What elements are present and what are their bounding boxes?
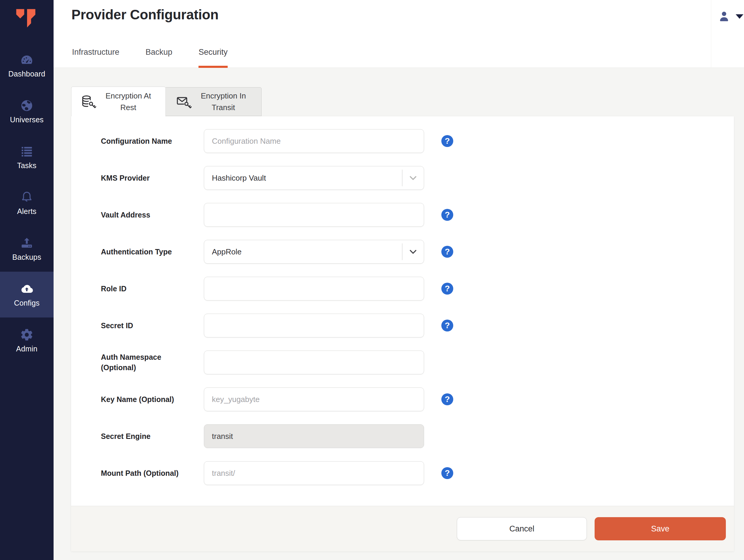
globe-icon bbox=[20, 99, 34, 112]
sidebar-item-tasks[interactable]: Tasks bbox=[0, 134, 53, 180]
form-row: Secret ID ? bbox=[101, 313, 734, 337]
help-icon[interactable]: ? bbox=[441, 209, 453, 221]
save-button[interactable]: Save bbox=[595, 517, 726, 540]
authentication-type-select[interactable]: AppRole bbox=[204, 240, 424, 264]
gear-icon bbox=[20, 328, 34, 342]
vault-address-label: Vault Address bbox=[101, 210, 204, 220]
sidebar-item-alerts[interactable]: Alerts bbox=[0, 180, 53, 226]
cancel-button[interactable]: Cancel bbox=[457, 517, 587, 540]
authentication-type-label: Authentication Type bbox=[101, 247, 204, 257]
tab-security[interactable]: Security bbox=[198, 48, 228, 68]
form-row: Configuration Name ? bbox=[101, 129, 734, 153]
vault-address-input[interactable] bbox=[204, 203, 424, 227]
authentication-type-value: AppRole bbox=[204, 247, 402, 257]
security-subtabs: Encryption At Rest Encryption In Transit bbox=[71, 86, 744, 116]
mount-path-input[interactable] bbox=[204, 461, 424, 485]
key-name-input[interactable] bbox=[204, 387, 424, 411]
cloud-upload-icon bbox=[20, 282, 34, 296]
envelope-key-icon bbox=[176, 95, 192, 109]
sidebar-item-label: Configs bbox=[14, 299, 40, 307]
help-icon[interactable]: ? bbox=[441, 283, 453, 295]
sidebar-item-universes[interactable]: Universes bbox=[0, 88, 53, 134]
main-content: Encryption At Rest Encryption In Transit… bbox=[53, 68, 744, 551]
role-id-input[interactable] bbox=[204, 277, 424, 301]
chevron-down-icon bbox=[402, 173, 424, 183]
user-menu[interactable] bbox=[717, 9, 743, 23]
kms-config-form: Configuration Name ? KMS Provider Hashic… bbox=[71, 116, 734, 506]
tab-encryption-in-transit[interactable]: Encryption In Transit bbox=[166, 87, 262, 116]
secret-id-label: Secret ID bbox=[101, 321, 204, 331]
subtab-label: Encryption In Transit bbox=[196, 90, 251, 113]
task-list-icon bbox=[20, 145, 34, 158]
sidebar-item-label: Tasks bbox=[17, 161, 37, 170]
form-row: Secret Engine bbox=[101, 424, 734, 448]
page-header: Provider Configuration Infrastructure Ba… bbox=[53, 0, 744, 68]
tab-infrastructure[interactable]: Infrastructure bbox=[72, 48, 119, 68]
help-icon[interactable]: ? bbox=[441, 246, 453, 258]
sidebar-item-label: Admin bbox=[16, 344, 37, 353]
secret-engine-label: Secret Engine bbox=[101, 431, 204, 442]
form-row: Authentication Type AppRole ? bbox=[101, 240, 734, 264]
bell-icon bbox=[20, 190, 34, 204]
sidebar-item-label: Backups bbox=[12, 253, 41, 262]
form-footer: Cancel Save bbox=[71, 506, 734, 551]
sidebar-item-label: Dashboard bbox=[8, 70, 45, 78]
form-row: Role ID ? bbox=[101, 277, 734, 301]
help-icon[interactable]: ? bbox=[441, 394, 453, 405]
gauge-icon bbox=[20, 53, 34, 67]
form-row: KMS Provider Hashicorp Vault bbox=[101, 166, 734, 190]
kms-provider-value: Hashicorp Vault bbox=[204, 174, 402, 183]
sidebar-item-configs[interactable]: Configs bbox=[0, 272, 53, 318]
sidebar-item-admin[interactable]: Admin bbox=[0, 318, 53, 363]
configuration-name-label: Configuration Name bbox=[101, 136, 204, 146]
auth-namespace-label: Auth Namespace (Optional) bbox=[101, 352, 204, 373]
form-row: Vault Address ? bbox=[101, 203, 734, 227]
chevron-down-icon bbox=[736, 14, 743, 19]
kms-provider-label: KMS Provider bbox=[101, 173, 204, 183]
sidebar: Dashboard Universes bbox=[0, 0, 53, 560]
form-row: Key Name (Optional) ? bbox=[101, 387, 734, 411]
main-tabs: Infrastructure Backup Security bbox=[72, 48, 254, 68]
form-row: Mount Path (Optional) ? bbox=[101, 461, 734, 485]
tab-backup[interactable]: Backup bbox=[146, 48, 172, 68]
role-id-label: Role ID bbox=[101, 284, 204, 294]
sidebar-item-backups[interactable]: Backups bbox=[0, 226, 53, 272]
sidebar-item-label: Universes bbox=[10, 115, 44, 124]
configuration-name-input[interactable] bbox=[204, 129, 424, 153]
secret-id-input[interactable] bbox=[204, 313, 424, 337]
sidebar-item-dashboard[interactable]: Dashboard bbox=[0, 43, 53, 88]
mount-path-label: Mount Path (Optional) bbox=[101, 468, 204, 479]
backup-upload-icon bbox=[20, 236, 34, 250]
form-row: Auth Namespace (Optional) bbox=[101, 350, 734, 374]
help-icon[interactable]: ? bbox=[441, 135, 453, 147]
database-key-icon bbox=[81, 95, 97, 109]
subtab-label: Encryption At Rest bbox=[101, 90, 156, 113]
tab-encryption-at-rest[interactable]: Encryption At Rest bbox=[71, 86, 166, 116]
key-name-label: Key Name (Optional) bbox=[101, 394, 204, 405]
sidebar-item-label: Alerts bbox=[17, 207, 36, 216]
kms-config-card: Configuration Name ? KMS Provider Hashic… bbox=[71, 116, 734, 551]
header-divider bbox=[711, 0, 711, 68]
user-avatar-icon bbox=[717, 9, 731, 23]
help-icon[interactable]: ? bbox=[441, 320, 453, 332]
secret-engine-input bbox=[204, 424, 424, 448]
page-title: Provider Configuration bbox=[71, 6, 218, 23]
help-icon[interactable]: ? bbox=[441, 467, 453, 479]
kms-provider-select[interactable]: Hashicorp Vault bbox=[204, 166, 424, 190]
chevron-down-icon bbox=[402, 247, 424, 257]
yugabyte-logo-icon[interactable] bbox=[13, 5, 40, 32]
sidebar-nav: Dashboard Universes bbox=[0, 43, 53, 363]
auth-namespace-input[interactable] bbox=[204, 350, 424, 374]
